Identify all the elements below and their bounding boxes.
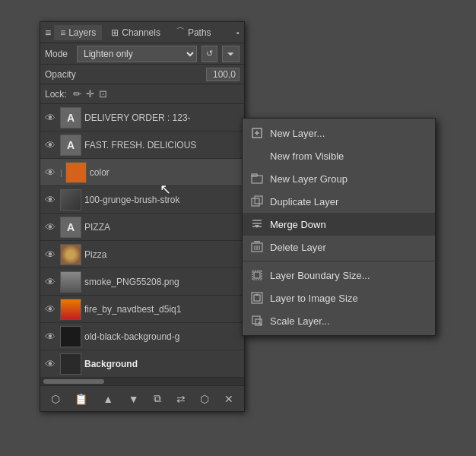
delete-layer-label: Delete Layer	[270, 242, 326, 253]
layer-item[interactable]: 👁 A DELIVERY ORDER : 123-	[40, 104, 244, 131]
panel-footer: ⬡ 📋 ▲ ▼ ⧉ ⇄ ⬡ ✕	[40, 385, 244, 411]
paths-tab-icon: ⌒	[176, 26, 185, 39]
lock-row: Lock: ✏ ✛ ⊡	[40, 84, 244, 104]
menu-item-layer-boundary-size[interactable]: Layer Boundary Size...	[243, 264, 435, 287]
lock-move-button[interactable]: ✛	[86, 88, 94, 100]
new-from-visible-button[interactable]: 📋	[71, 391, 90, 407]
layer-name: 100-grunge-brush-strok	[84, 195, 241, 205]
layers-tab-label: Layers	[68, 27, 96, 38]
lower-layer-button[interactable]: ▼	[125, 391, 142, 407]
delete-layer-menu-icon	[250, 240, 264, 254]
layer-item[interactable]: 👁 | color	[40, 159, 244, 186]
mode-row: Mode Lighten only Normal Multiply ↺ ⏷	[40, 43, 244, 65]
lock-icons: ✏ ✛ ⊡	[73, 88, 107, 100]
layer-item[interactable]: 👁 100-grunge-brush-strok	[40, 186, 244, 214]
eye-icon[interactable]: 👁	[43, 139, 57, 151]
scrollbar-area[interactable]	[40, 378, 244, 385]
layer-boundary-size-menu-icon	[250, 268, 264, 282]
new-from-visible-menu-icon	[250, 149, 264, 163]
layer-to-image-size-menu-icon	[250, 291, 264, 305]
channels-tab-label: Channels	[122, 27, 160, 38]
lock-pixels-button[interactable]: ✏	[73, 88, 81, 100]
mode-reset-button[interactable]: ↺	[202, 46, 217, 62]
merge-down-button[interactable]: ⬡	[197, 391, 212, 407]
context-menu: New Layer... New from Visible New Layer …	[242, 118, 436, 336]
tab-channels[interactable]: ⊞ Channels	[105, 25, 167, 40]
menu-separator	[243, 261, 435, 261]
eye-icon[interactable]: 👁	[43, 358, 57, 370]
scrollbar-thumb[interactable]	[43, 379, 104, 384]
layer-item-background[interactable]: 👁 Background	[40, 350, 244, 378]
duplicate-layer-button[interactable]: ⧉	[151, 391, 164, 407]
layer-name-background: Background	[84, 359, 241, 369]
eye-icon[interactable]: 👁	[43, 303, 57, 315]
lock-alpha-button[interactable]: ⊡	[99, 88, 107, 100]
scale-layer-label: Scale Layer...	[270, 315, 330, 327]
layer-thumbnail	[65, 162, 87, 183]
layers-panel: ≡ ≡ Layers ⊞ Channels ⌒ Paths ▪ Mode Lig…	[40, 21, 245, 412]
layer-thumbnail: A	[60, 107, 81, 128]
new-layer-menu-icon	[250, 126, 264, 140]
new-from-visible-label: New from Visible	[270, 150, 344, 162]
raise-layer-button[interactable]: ▲	[100, 391, 116, 407]
menu-item-new-from-visible[interactable]: New from Visible	[243, 144, 435, 167]
layer-name: Pizza	[84, 249, 241, 260]
panel-collapse-button[interactable]: ▪	[236, 28, 240, 37]
paths-tab-label: Paths	[188, 27, 211, 38]
duplicate-layer-menu-icon	[250, 195, 264, 208]
panel-header: ≡ ≡ Layers ⊞ Channels ⌒ Paths ▪	[40, 22, 244, 43]
layer-item[interactable]: 👁 old-black-background-g	[40, 323, 244, 350]
layer-item[interactable]: 👁 fire_by_navdbest_d5iq1	[40, 296, 244, 323]
layer-thumbnail	[60, 271, 81, 293]
layer-to-image-size-label: Layer to Image Size	[270, 293, 358, 304]
eye-icon[interactable]: 👁	[43, 221, 57, 233]
layers-panel-icon: ≡	[45, 27, 51, 39]
menu-item-duplicate-layer[interactable]: Duplicate Layer	[243, 190, 435, 213]
svg-rect-6	[255, 196, 262, 204]
new-layer-label: New Layer...	[270, 128, 325, 139]
menu-item-delete-layer[interactable]: Delete Layer	[243, 236, 435, 258]
mode-select[interactable]: Lighten only Normal Multiply	[77, 46, 197, 62]
opacity-row: Opacity 100,0	[40, 65, 244, 84]
layer-thumbnail	[60, 326, 81, 347]
merge-down-label: Merge Down	[270, 219, 326, 230]
layer-item[interactable]: 👁 A FAST. FRESH. DELICIOUS	[40, 131, 244, 159]
menu-item-new-layer[interactable]: New Layer...	[243, 122, 435, 144]
layer-name: old-black-background-g	[84, 331, 241, 342]
menu-item-new-layer-group[interactable]: New Layer Group	[243, 167, 435, 190]
layer-thumbnail: A	[60, 135, 81, 156]
svg-rect-19	[254, 295, 260, 301]
layer-item[interactable]: 👁 smoke_PNG55208.png	[40, 268, 244, 296]
new-layer-group-menu-icon	[250, 172, 264, 185]
layer-name: color	[90, 167, 241, 178]
tab-layers[interactable]: ≡ Layers	[54, 25, 102, 40]
layer-thumbnail	[60, 244, 81, 265]
eye-icon[interactable]: 👁	[43, 249, 57, 261]
new-layer-button[interactable]: ⬡	[48, 391, 63, 407]
layer-boundary-size-label: Layer Boundary Size...	[270, 270, 370, 281]
layer-item[interactable]: 👁 Pizza	[40, 241, 244, 268]
layer-item[interactable]: 👁 A PIZZA	[40, 214, 244, 241]
eye-icon[interactable]: 👁	[43, 194, 57, 206]
duplicate-layer-label: Duplicate Layer	[270, 196, 338, 207]
opacity-value: 100,0	[206, 68, 240, 81]
eye-icon[interactable]: 👁	[43, 276, 57, 288]
layer-thumbnail	[60, 299, 81, 320]
channels-tab-icon: ⊞	[111, 27, 119, 38]
layer-name: FAST. FRESH. DELICIOUS	[84, 140, 241, 150]
menu-item-layer-to-image-size[interactable]: Layer to Image Size	[243, 287, 435, 309]
menu-item-merge-down[interactable]: Merge Down	[243, 213, 435, 236]
eye-icon[interactable]: 👁	[43, 112, 57, 124]
anchor-layer-button[interactable]: ⇄	[173, 391, 189, 407]
scale-layer-menu-icon	[250, 314, 264, 328]
mode-label: Mode	[45, 49, 72, 59]
svg-rect-5	[252, 198, 259, 206]
chain-icon: |	[60, 168, 62, 177]
layer-thumbnail	[60, 353, 81, 375]
mode-extra-button[interactable]: ⏷	[222, 46, 240, 62]
eye-icon[interactable]: 👁	[43, 166, 57, 179]
tab-paths[interactable]: ⌒ Paths	[170, 24, 217, 41]
menu-item-scale-layer[interactable]: Scale Layer...	[243, 309, 435, 332]
delete-layer-button[interactable]: ✕	[221, 391, 236, 407]
eye-icon[interactable]: 👁	[43, 331, 57, 343]
